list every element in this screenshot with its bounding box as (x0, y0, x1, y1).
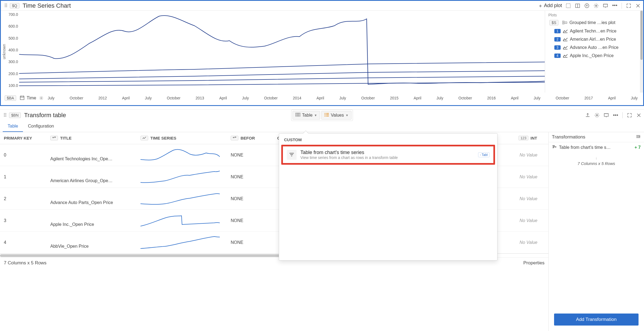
popover-item-tag: Tabl (478, 152, 490, 157)
x-tick: October (458, 96, 472, 100)
series-row[interactable]: 2 American Airl…en Price (547, 35, 642, 43)
separator (622, 3, 622, 9)
y-axis-ticks: 700.0 600.0 500.0 400.0 300.0 200.0 100.… (7, 11, 19, 93)
x-tick: July (242, 96, 249, 100)
svg-rect-28 (604, 114, 608, 116)
cell-int: No Value (497, 153, 541, 158)
present-icon[interactable] (602, 3, 608, 9)
more-icon[interactable]: ••• (612, 3, 618, 9)
add-transformation-button[interactable]: Add Transformation (554, 314, 639, 326)
transformations-panel: Transformations Table from chart's time … (548, 132, 644, 331)
download-icon[interactable] (584, 3, 590, 9)
x-tick: 2012 (98, 96, 107, 100)
gear-icon[interactable] (593, 3, 599, 9)
chart-header: ⠿ $Q Time Series Chart ＋ Add plot ••• (1, 1, 643, 11)
cell-timeseries (137, 168, 227, 186)
plots-scrollbar[interactable] (640, 11, 643, 93)
col-int[interactable]: 123INT (497, 132, 541, 144)
add-plot-button[interactable]: ＋ Add plot (538, 2, 562, 9)
chart-plot-area[interactable] (19, 11, 545, 93)
line-chart-icon (563, 29, 568, 33)
table-ref-chip[interactable]: $BN (9, 113, 21, 118)
x-tick: July (48, 96, 54, 100)
calendar-icon (20, 96, 24, 101)
chart-ref-chip[interactable]: $Q (10, 3, 19, 8)
y-axis-label: unknown (1, 43, 7, 60)
fit-icon[interactable] (565, 3, 571, 9)
cell-pk: 1 (0, 175, 46, 179)
series-label: Advance Auto …en Price (570, 45, 619, 50)
grouped-series-icon (562, 21, 567, 25)
gear-icon[interactable] (38, 95, 44, 101)
col-title[interactable]: ❝❞TITLE (46, 132, 137, 144)
expand-icon[interactable] (627, 112, 633, 118)
col-before[interactable]: ❝❞BEFOR (227, 132, 273, 144)
split-icon[interactable] (575, 3, 581, 9)
svg-point-27 (596, 115, 598, 116)
transformation-count: + 7 (634, 145, 641, 150)
close-icon[interactable] (636, 112, 642, 118)
tab-configuration[interactable]: Configuration (23, 121, 59, 132)
series-row[interactable]: 1 Agilent Techn…en Price (547, 27, 642, 35)
cell-title: AbbVie_Open Price (46, 236, 137, 249)
popover-item-subtitle: View time series from a chart as rows in… (300, 155, 474, 160)
series-label: Apple Inc._Open Price (570, 53, 614, 58)
cell-before: NONE (227, 218, 273, 223)
drag-handle-icon[interactable]: ⠿ (3, 3, 8, 8)
timeseries-type-icon (140, 136, 148, 140)
x-tick: July (631, 96, 638, 100)
expand-icon[interactable] (626, 3, 632, 9)
drag-handle-icon[interactable]: ⠿ (2, 113, 7, 118)
tab-table[interactable]: Table (3, 121, 23, 132)
x-axis-ref-chip[interactable]: $BA (5, 95, 16, 101)
svg-point-15 (41, 97, 42, 99)
table-tabs: Table Configuration (0, 121, 644, 132)
present-icon[interactable] (603, 112, 609, 118)
x-tick: July (534, 96, 540, 100)
series-index-chip: 3 (554, 45, 561, 50)
transformation-item[interactable]: Table from chart's time s… + 7 (549, 142, 644, 153)
chevron-down-icon: ▼ (346, 114, 349, 117)
plot-group-row[interactable]: $S Grouped time …ies plot (547, 18, 642, 27)
popover-item-table-from-chart[interactable]: Table from chart's time series View time… (281, 145, 495, 165)
collapse-icon[interactable] (636, 134, 641, 140)
transform-table-panel: ⠿ $BN Transform table Table ▼ Values ▼ (0, 109, 644, 331)
values-view-button[interactable]: Values ▼ (321, 111, 352, 120)
col-time-series[interactable]: TIME SERIES (137, 132, 227, 144)
cell-timeseries (137, 234, 227, 251)
cell-pk: 4 (0, 240, 46, 245)
chart-title: Time Series Chart (21, 2, 71, 9)
more-icon[interactable]: ••• (613, 112, 619, 118)
plot-group-label: Grouped time …ies plot (569, 20, 615, 25)
x-tick: July (145, 96, 152, 100)
transformations-header: Transformations (549, 132, 644, 142)
cell-timeseries (137, 212, 227, 229)
cell-before: NONE (227, 175, 273, 179)
transformation-result-meta: 7 Columns x 5 Rows (549, 153, 644, 169)
values-view-label: Values (331, 113, 344, 118)
col-primary-key[interactable]: PRIMARY KEY (0, 132, 46, 144)
plot-group-ref: $S (549, 20, 558, 25)
y-tick: 300.0 (8, 60, 18, 64)
plots-panel: Plots $S Grouped time …ies plot 1 Agilen… (545, 11, 643, 93)
x-axis-time-label: Time (27, 96, 36, 101)
series-index-chip: 2 (554, 37, 561, 42)
svg-point-4 (596, 5, 597, 6)
table-view-button[interactable]: Table ▼ (292, 111, 320, 120)
close-icon[interactable] (635, 3, 641, 9)
series-row[interactable]: 3 Advance Auto …en Price (547, 43, 642, 52)
transformations-header-label: Transformations (552, 134, 585, 140)
string-type-icon: ❝❞ (50, 136, 58, 140)
separator (622, 112, 623, 118)
transformation-icon (552, 145, 557, 150)
popover-item-text: Table from chart's time series View time… (300, 150, 474, 160)
series-row[interactable]: 4 Apple Inc._Open Price (547, 52, 642, 60)
svg-rect-8 (562, 21, 564, 22)
properties-button[interactable]: Properties (523, 260, 545, 266)
plus-icon: ＋ (538, 2, 543, 9)
cell-int: No Value (497, 240, 541, 245)
export-icon[interactable] (585, 112, 591, 118)
y-tick: 400.0 (8, 48, 18, 52)
gear-icon[interactable] (594, 112, 600, 118)
svg-rect-16 (295, 113, 300, 117)
